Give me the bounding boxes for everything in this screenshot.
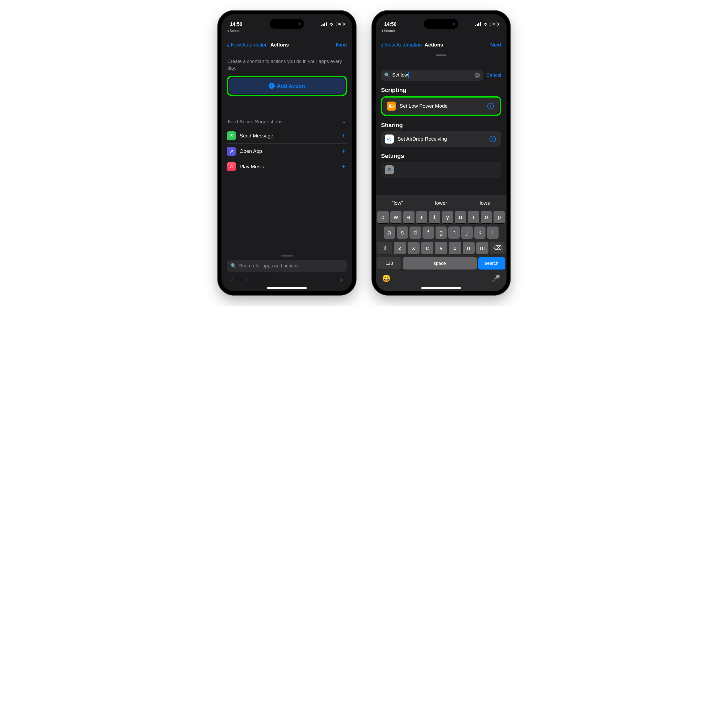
- key-n[interactable]: n: [463, 242, 475, 254]
- key-k[interactable]: k: [474, 226, 486, 239]
- suggestions-header: Next Action Suggestions: [228, 119, 283, 125]
- run-icon[interactable]: ▶: [340, 276, 344, 283]
- home-indicator[interactable]: [421, 288, 461, 289]
- breadcrumb-search[interactable]: Search: [222, 29, 352, 33]
- sheet-grabber[interactable]: [436, 55, 447, 56]
- cancel-button[interactable]: Cancel: [486, 73, 501, 78]
- key-h[interactable]: h: [448, 226, 460, 239]
- key-c[interactable]: c: [421, 242, 433, 254]
- clear-icon[interactable]: ✕: [475, 73, 480, 78]
- search-key[interactable]: search: [478, 257, 505, 269]
- suggestion-play-music[interactable]: ♫ Play Music +: [227, 159, 347, 174]
- key-p[interactable]: p: [494, 211, 505, 223]
- cell-signal-icon: [475, 22, 481, 26]
- key-f[interactable]: f: [422, 226, 434, 239]
- key-r[interactable]: r: [416, 211, 428, 223]
- result-label: Set Low Power Mode: [400, 103, 484, 109]
- search-value: Set low: [392, 72, 409, 78]
- add-icon[interactable]: +: [341, 132, 347, 140]
- music-icon: ♫: [227, 162, 236, 171]
- suggestion-label: Play Music: [240, 164, 338, 170]
- dynamic-island: [270, 19, 304, 29]
- next-button[interactable]: Next: [336, 42, 347, 48]
- toolbar: ↺ ↻ ▶: [222, 272, 352, 285]
- prediction-1[interactable]: "low": [376, 197, 419, 210]
- suggestion-open-app[interactable]: ↗ Open App +: [227, 143, 347, 159]
- add-icon[interactable]: +: [341, 147, 347, 155]
- wifi-icon: [329, 22, 334, 26]
- add-action-button[interactable]: + Add Action: [229, 78, 345, 94]
- key-b[interactable]: b: [449, 242, 461, 254]
- key-q[interactable]: q: [377, 211, 389, 223]
- wifi-icon: [483, 22, 488, 26]
- key-g[interactable]: g: [436, 226, 447, 239]
- key-d[interactable]: d: [410, 226, 421, 239]
- key-a[interactable]: a: [384, 226, 395, 239]
- suggestion-send-message[interactable]: ✉︎ Send Message +: [227, 128, 347, 143]
- nav-bar: ‹ New Automation Actions Next: [222, 33, 352, 53]
- svg-rect-2: [393, 106, 394, 107]
- suggestions-toggle[interactable]: Next Action Suggestions ⌄: [227, 117, 347, 128]
- result-settings-partial[interactable]: ⚙︎: [381, 162, 501, 177]
- intro-text: Create a shortcut to actions you do in y…: [227, 53, 347, 76]
- shift-key[interactable]: ⇧: [377, 242, 392, 254]
- chevron-down-icon: ⌄: [342, 119, 346, 125]
- back-button[interactable]: New Automation: [385, 42, 422, 48]
- key-x[interactable]: x: [408, 242, 420, 254]
- dictation-key[interactable]: 🎤: [492, 274, 500, 283]
- breadcrumb-search[interactable]: Search: [376, 29, 506, 33]
- emoji-key[interactable]: 😀: [382, 274, 391, 283]
- section-scripting: Scripting: [376, 81, 506, 96]
- result-set-airdrop[interactable]: ◎ Set AirDrop Receiving i: [381, 131, 501, 147]
- search-input[interactable]: 🔍 Set low ✕: [381, 70, 483, 81]
- key-i[interactable]: i: [468, 211, 479, 223]
- space-key[interactable]: space: [403, 257, 477, 269]
- info-icon[interactable]: i: [489, 136, 496, 142]
- dynamic-island: [424, 19, 458, 29]
- back-button[interactable]: New Automation: [231, 42, 268, 48]
- key-e[interactable]: e: [403, 211, 414, 223]
- iphone-right: 14:50 87 Search ‹ New Automation Actions…: [372, 11, 510, 295]
- numbers-key[interactable]: 123: [377, 257, 401, 269]
- suggestion-label: Send Message: [240, 133, 338, 139]
- battery-icon: 87: [490, 22, 498, 26]
- prediction-3[interactable]: lows: [463, 197, 506, 210]
- key-m[interactable]: m: [476, 242, 488, 254]
- add-action-label: Add Action: [277, 83, 305, 89]
- key-l[interactable]: l: [487, 226, 499, 239]
- result-label: Set AirDrop Receiving: [398, 136, 486, 142]
- key-j[interactable]: j: [461, 226, 473, 239]
- info-icon[interactable]: i: [487, 103, 494, 109]
- keyboard: "low" lower lows qwertyuiop asdfghjkl ⇧ …: [376, 195, 506, 291]
- key-v[interactable]: v: [435, 242, 447, 254]
- key-y[interactable]: y: [442, 211, 453, 223]
- add-icon[interactable]: +: [341, 162, 347, 171]
- plus-circle-icon: +: [269, 83, 275, 89]
- redo-icon[interactable]: ↻: [244, 277, 248, 283]
- key-w[interactable]: w: [390, 211, 402, 223]
- key-t[interactable]: t: [429, 211, 440, 223]
- backspace-key[interactable]: ⌫: [490, 242, 505, 254]
- search-field[interactable]: 🔍 Search for apps and actions: [227, 260, 347, 272]
- next-button[interactable]: Next: [490, 42, 501, 48]
- search-placeholder: Search for apps and actions: [239, 263, 298, 269]
- key-o[interactable]: o: [481, 211, 492, 223]
- search-icon: 🔍: [384, 72, 390, 78]
- section-sharing: Sharing: [376, 116, 506, 131]
- sheet-handle[interactable]: [281, 255, 293, 257]
- back-chevron-icon[interactable]: ‹: [227, 41, 229, 49]
- battery-icon: 87: [336, 22, 344, 26]
- key-u[interactable]: u: [455, 211, 466, 223]
- messages-icon: ✉︎: [227, 131, 236, 140]
- key-s[interactable]: s: [397, 226, 408, 239]
- result-set-low-power-mode[interactable]: Set Low Power Mode i: [383, 98, 499, 114]
- undo-icon[interactable]: ↺: [229, 277, 234, 283]
- screen-title: Actions: [425, 42, 443, 48]
- status-time: 14:50: [230, 21, 242, 27]
- prediction-2[interactable]: lower: [419, 197, 463, 210]
- home-indicator[interactable]: [267, 288, 307, 289]
- airdrop-icon: ◎: [385, 135, 394, 144]
- back-chevron-icon[interactable]: ‹: [381, 41, 384, 49]
- battery-icon: [387, 101, 396, 110]
- key-z[interactable]: z: [394, 242, 406, 254]
